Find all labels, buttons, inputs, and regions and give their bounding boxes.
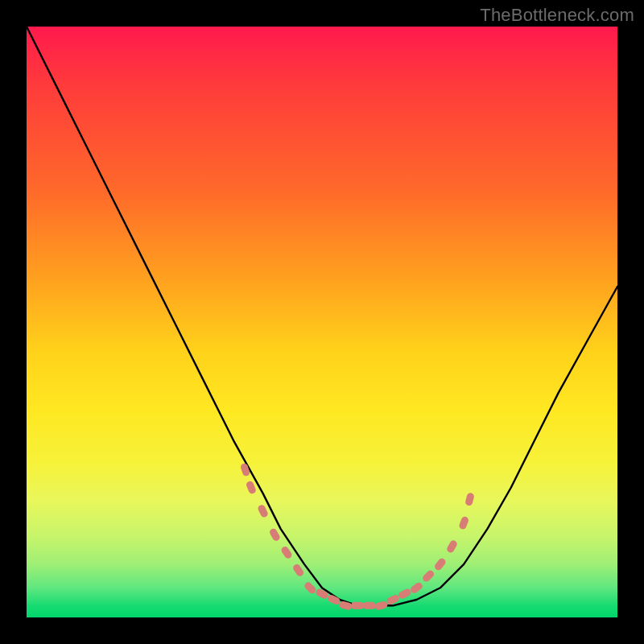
svg-rect-9: [339, 601, 353, 611]
svg-rect-6: [303, 580, 317, 595]
svg-rect-16: [421, 569, 436, 584]
svg-rect-3: [268, 527, 281, 542]
svg-rect-18: [446, 539, 459, 554]
svg-rect-2: [257, 504, 269, 518]
svg-rect-15: [409, 581, 423, 595]
svg-rect-14: [398, 588, 412, 600]
svg-rect-11: [363, 602, 376, 609]
svg-rect-17: [433, 557, 447, 572]
svg-rect-19: [458, 516, 469, 530]
svg-rect-5: [291, 563, 304, 577]
chart-frame: TheBottleneck.com: [0, 0, 644, 644]
svg-rect-12: [374, 601, 389, 611]
svg-rect-20: [464, 492, 475, 506]
chart-svg: [27, 27, 617, 617]
svg-rect-10: [351, 602, 364, 609]
svg-rect-1: [246, 480, 258, 494]
watermark-label: TheBottleneck.com: [480, 5, 634, 26]
svg-rect-7: [315, 588, 329, 600]
curve-line: [27, 27, 617, 605]
plot-area: [27, 27, 617, 617]
svg-rect-4: [280, 545, 293, 559]
